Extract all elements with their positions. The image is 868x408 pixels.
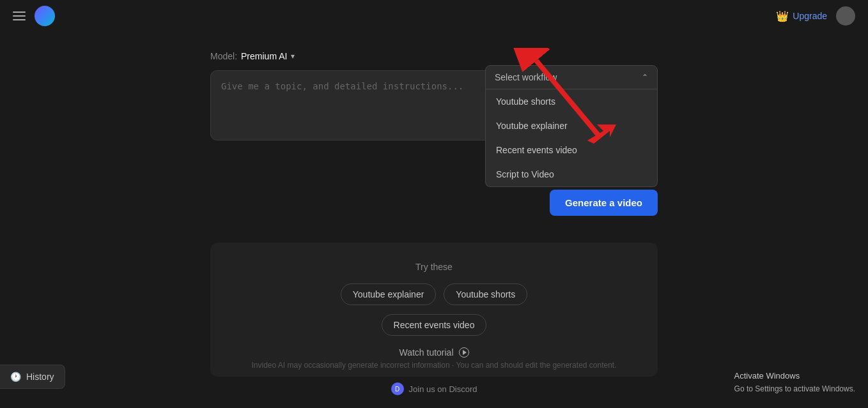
workflow-item-youtube-shorts[interactable]: Youtube shorts — [486, 89, 657, 114]
workflow-item-script-to-video[interactable]: Script to Video — [486, 162, 657, 186]
windows-activation: Activate Windows Go to Settings to activ… — [734, 370, 855, 395]
upgrade-button[interactable]: 👑 Upgrade — [776, 10, 827, 22]
play-icon — [459, 347, 469, 358]
header-right: 👑 Upgrade — [776, 6, 855, 26]
workflow-trigger[interactable]: Select workflow ⌃ — [485, 65, 658, 89]
model-chevron-icon: ▾ — [291, 52, 295, 61]
windows-title: Activate Windows — [734, 370, 855, 383]
controls-row: Model: Premium AI ▾ — [210, 51, 658, 61]
chip-youtube-shorts[interactable]: Youtube shorts — [444, 283, 527, 305]
disclaimer-text: Invideo AI may occasionally generate inc… — [251, 361, 616, 370]
chip-recent-events[interactable]: Recent events video — [382, 314, 487, 336]
try-chips-row-2: Recent events video — [382, 314, 487, 336]
workflow-dropdown: Youtube shorts Youtube explainer Recent … — [485, 89, 658, 187]
clock-icon: 🕐 — [10, 372, 21, 382]
menu-icon[interactable] — [13, 11, 26, 20]
header-left — [13, 6, 55, 26]
play-triangle — [463, 350, 467, 355]
model-value: Premium AI — [241, 51, 287, 61]
header: 👑 Upgrade — [0, 0, 868, 32]
try-these-label: Try these — [415, 262, 453, 272]
logo-icon[interactable] — [35, 6, 55, 26]
workflow-item-youtube-explainer[interactable]: Youtube explainer — [486, 114, 657, 138]
model-label: Model: — [210, 51, 237, 61]
footer-disclaimer: Invideo AI may occasionally generate inc… — [0, 361, 868, 370]
discord-label: Join us on Discord — [409, 384, 477, 394]
generate-button[interactable]: Generate a video — [550, 190, 658, 216]
try-chips-row: Youtube explainer Youtube shorts — [341, 283, 527, 305]
history-button[interactable]: 🕐 History — [0, 365, 65, 389]
windows-subtitle: Go to Settings to activate Windows. — [734, 383, 855, 395]
chip-youtube-explainer[interactable]: Youtube explainer — [341, 283, 437, 305]
discord-icon: D — [391, 382, 404, 395]
model-selector[interactable]: Model: Premium AI ▾ — [210, 51, 295, 61]
workflow-trigger-label: Select workflow — [495, 72, 557, 82]
history-label: History — [26, 372, 54, 382]
upgrade-icon: 👑 — [776, 10, 789, 22]
main-area: Model: Premium AI ▾ Select workflow ⌃ Yo… — [0, 32, 868, 377]
avatar[interactable] — [836, 6, 855, 26]
try-these-section: Try these Youtube explainer Youtube shor… — [210, 243, 658, 377]
workflow-container: Select workflow ⌃ Youtube shorts Youtube… — [485, 65, 658, 187]
workflow-item-recent-events[interactable]: Recent events video — [486, 138, 657, 162]
upgrade-label: Upgrade — [793, 11, 827, 21]
workflow-chevron-icon: ⌃ — [642, 73, 648, 82]
watch-tutorial-label: Watch tutorial — [399, 347, 453, 358]
watch-tutorial-link[interactable]: Watch tutorial — [399, 347, 469, 358]
